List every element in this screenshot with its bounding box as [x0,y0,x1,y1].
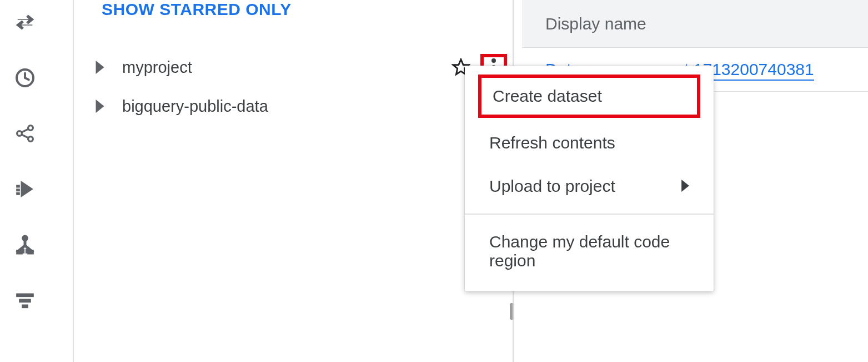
svg-point-1 [17,131,22,136]
menu-item-create-dataset[interactable]: Create dataset [478,75,700,118]
menu-item-label: Upload to project [489,177,615,196]
svg-rect-7 [17,294,33,296]
column-header-display-name[interactable]: Display name [522,0,868,48]
svg-point-2 [28,126,33,131]
menu-item-change-default-region[interactable]: Change my default code region [465,220,714,282]
menu-item-upload-to-project[interactable]: Upload to project [465,165,714,208]
column-header-label: Display name [545,14,646,33]
menu-separator [465,214,714,215]
transfer-icon[interactable] [14,11,36,33]
filter-icon[interactable] [14,289,36,311]
project-row-bigquery-public-data[interactable]: bigquery-public-data [74,87,518,126]
svg-rect-6 [28,250,33,254]
menu-item-refresh-contents[interactable]: Refresh contents [465,121,714,165]
show-starred-toggle[interactable]: SHOW STARRED ONLY [74,0,518,19]
share-icon[interactable] [14,122,36,145]
branch-icon[interactable] [14,234,36,256]
svg-rect-8 [19,299,31,302]
menu-item-label: Refresh contents [489,133,615,152]
project-name-label: myproject [122,58,451,77]
menu-item-label: Change my default code region [489,232,689,270]
project-name-label: bigquery-public-data [122,97,488,116]
svg-rect-9 [22,305,28,308]
explorer-panel: SHOW STARRED ONLY myproject bigquery-pub… [74,0,518,126]
chevron-right-icon [681,177,689,196]
svg-point-4 [22,235,28,241]
svg-rect-5 [17,250,22,254]
left-icon-rail [0,0,50,362]
svg-point-3 [28,137,33,142]
export-icon[interactable] [14,178,36,200]
project-row-myproject[interactable]: myproject [74,48,518,87]
chevron-right-icon[interactable] [93,100,107,113]
svg-point-10 [491,58,496,63]
project-context-menu: Create dataset Refresh contents Upload t… [465,66,714,291]
clock-icon[interactable] [14,67,36,89]
chevron-right-icon[interactable] [93,61,107,74]
project-tree: myproject bigquery-public-data [74,48,518,126]
